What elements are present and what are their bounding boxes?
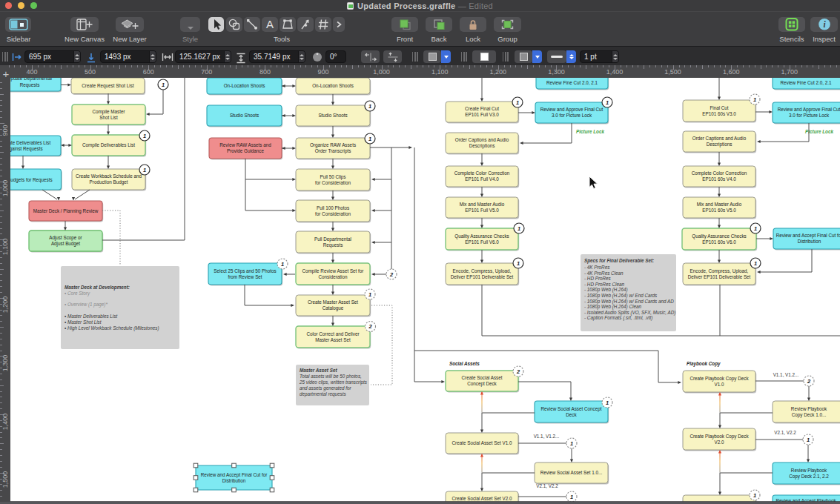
svg-text:for Consideration: for Consideration xyxy=(315,180,351,185)
svg-text:1: 1 xyxy=(162,82,165,88)
svg-text:Descriptions: Descriptions xyxy=(707,142,732,147)
svg-text:1: 1 xyxy=(143,167,146,173)
svg-text:Review RAW Assets and: Review RAW Assets and xyxy=(219,142,271,147)
svg-text:Pull 100 Photos: Pull 100 Photos xyxy=(317,205,349,210)
svg-text:Order Transcripts: Order Transcripts xyxy=(315,148,351,154)
svg-text:Studio Shoots: Studio Shoots xyxy=(318,113,347,118)
svg-text:Review Playbook: Review Playbook xyxy=(791,406,827,412)
svg-text:EP101 Full V5.0: EP101 Full V5.0 xyxy=(465,208,499,213)
svg-text:V2.0: V2.0 xyxy=(715,440,724,445)
svg-text:Review and Approve Final Cut: Review and Approve Final Cut xyxy=(778,107,840,113)
svg-text:• Master Shot List: • Master Shot List xyxy=(65,319,102,325)
svg-text:On-Location Shoots: On-Location Shoots xyxy=(224,83,265,88)
svg-text:Complete Color Correction: Complete Color Correction xyxy=(692,170,747,176)
svg-text:Select 25 Clips and 50 Photos: Select 25 Clips and 50 Photos xyxy=(214,268,276,274)
svg-text:• Core Story: • Core Story xyxy=(65,291,90,296)
svg-text:Encode, Compress, Upload,: Encode, Compress, Upload, xyxy=(453,268,512,274)
svg-text:Quality Assurance Checks: Quality Assurance Checks xyxy=(692,233,747,239)
svg-text:Review and Accept Final Cut fo: Review and Accept Final Cut for xyxy=(201,472,268,478)
svg-text:V1.0: V1.0 xyxy=(715,382,724,387)
svg-text:1: 1 xyxy=(368,291,371,298)
svg-text:Review Fine Cut 2.0, 2.1: Review Fine Cut 2.0, 2.1 xyxy=(546,80,598,85)
svg-text:25 video clips, written transc: 25 video clips, written transcripts xyxy=(299,379,368,385)
svg-text:departmental requests: departmental requests xyxy=(300,391,347,397)
svg-text:- 4K ProRes Clean: - 4K ProRes Clean xyxy=(584,271,624,276)
svg-text:3.0 for Picture Lock: 3.0 for Picture Lock xyxy=(789,113,830,118)
svg-text:Master Asset Set: Master Asset Set xyxy=(315,337,351,342)
svg-text:Create Social Asset: Create Social Asset xyxy=(462,375,503,380)
svg-text:Picture Lock: Picture Lock xyxy=(576,129,604,134)
svg-text:2: 2 xyxy=(389,271,394,278)
svg-text:Complete Color Correction: Complete Color Correction xyxy=(454,170,510,176)
svg-text:1: 1 xyxy=(517,260,520,267)
svg-text:Create Final Cut: Create Final Cut xyxy=(465,106,499,111)
svg-text:• Master Deliverables List: • Master Deliverables List xyxy=(65,314,117,319)
svg-text:2: 2 xyxy=(516,368,520,375)
svg-text:EP101 Full V6.0: EP101 Full V6.0 xyxy=(465,239,499,245)
svg-text:3.0 for Picture Lock: 3.0 for Picture Lock xyxy=(552,113,592,118)
svg-text:Color Correct and Deliver: Color Correct and Deliver xyxy=(306,331,359,336)
svg-text:Review and Approve Final Cut: Review and Approve Final Cut xyxy=(540,107,603,113)
svg-text:Final Cut: Final Cut xyxy=(710,105,728,110)
svg-text:Compile Review Asset Set for: Compile Review Asset Set for xyxy=(302,268,364,274)
svg-text:On-Location Shoots: On-Location Shoots xyxy=(312,83,354,88)
svg-text:EP101 60s V3.0: EP101 60s V3.0 xyxy=(702,111,736,116)
svg-text:Provide Guidance: Provide Guidance xyxy=(227,148,265,153)
svg-text:EP101 Full V3.0: EP101 Full V3.0 xyxy=(465,112,499,117)
svg-text:Master Asset Set: Master Asset Set xyxy=(300,368,337,373)
svg-text:Specs for Final Deliverable Se: Specs for Final Deliverable Set: xyxy=(584,258,654,264)
svg-text:Requests: Requests xyxy=(323,242,343,248)
svg-text:Mix and Master Audio: Mix and Master Audio xyxy=(697,202,742,207)
svg-text:Descriptions: Descriptions xyxy=(469,143,495,149)
svg-text:Organize RAW Assets: Organize RAW Assets xyxy=(310,142,356,148)
svg-text:Master Deck / Planning Review: Master Deck / Planning Review xyxy=(33,208,99,214)
svg-text:• Overview (1 page)*: • Overview (1 page)* xyxy=(65,302,108,308)
svg-text:V1.1, V1.2...: V1.1, V1.2... xyxy=(773,372,799,377)
svg-text:1: 1 xyxy=(753,492,756,499)
svg-text:Mix and Master Audio: Mix and Master Audio xyxy=(460,202,505,207)
svg-text:Quality Assurance Checks: Quality Assurance Checks xyxy=(454,233,509,239)
svg-text:1: 1 xyxy=(753,96,756,103)
svg-text:Distribution: Distribution xyxy=(222,478,246,483)
svg-text:- HD ProRes Clean: - HD ProRes Clean xyxy=(584,282,624,287)
svg-text:Compile Master: Compile Master xyxy=(92,109,125,115)
svg-text:1: 1 xyxy=(143,133,146,139)
svg-text:1: 1 xyxy=(368,103,371,110)
svg-text:2: 2 xyxy=(807,378,811,385)
svg-text:Encode, Compress, Upload,: Encode, Compress, Upload, xyxy=(690,268,749,274)
svg-text:V2.1, V2.2: V2.1, V2.2 xyxy=(774,430,796,435)
svg-text:- HD ProRes: - HD ProRes xyxy=(584,276,612,281)
svg-text:2: 2 xyxy=(368,323,372,330)
svg-text:Consideration: Consideration xyxy=(319,274,348,279)
svg-text:Create Social Asset Set V2.0: Create Social Asset Set V2.0 xyxy=(452,496,512,501)
svg-text:1: 1 xyxy=(754,225,757,232)
svg-text:Master Deck at Development:: Master Deck at Development: xyxy=(65,285,130,291)
svg-text:1: 1 xyxy=(606,99,609,106)
svg-text:Review Social Asset Set 1.0...: Review Social Asset Set 1.0... xyxy=(540,470,603,475)
svg-text:Order Captions and Audio: Order Captions and Audio xyxy=(455,137,509,143)
svg-text:Total assets will be 50 photos: Total assets will be 50 photos, xyxy=(300,374,362,379)
svg-text:EP101 60s V6.0: EP101 60s V6.0 xyxy=(702,239,736,245)
svg-text:for Consideration: for Consideration xyxy=(315,211,351,216)
svg-text:Deck: Deck xyxy=(566,412,577,417)
svg-text:Playbook Copy: Playbook Copy xyxy=(687,361,721,367)
svg-text:• High Level Workback Schedule: • High Level Workback Schedule (Mileston… xyxy=(65,325,159,331)
svg-text:Copy Deck 2.1, 2.2: Copy Deck 2.1, 2.2 xyxy=(789,474,829,480)
svg-text:EP101 60s V4.0: EP101 60s V4.0 xyxy=(702,176,736,182)
svg-text:and assets generated for: and assets generated for xyxy=(300,385,352,391)
svg-text:Picture Lock: Picture Lock xyxy=(805,129,833,134)
svg-text:Review Fine Cut 2.0, 2.1: Review Fine Cut 2.0, 2.1 xyxy=(781,80,832,85)
svg-text:Deliver EP101 Deliverable Set: Deliver EP101 Deliverable Set xyxy=(451,274,514,279)
svg-text:Copy Deck 1.0...: Copy Deck 1.0... xyxy=(792,412,827,418)
svg-text:Create Master Asset Set: Create Master Asset Set xyxy=(308,299,358,305)
svg-text:Create Budgets for Requests: Create Budgets for Requests xyxy=(10,177,53,183)
svg-text:1: 1 xyxy=(570,494,573,500)
svg-text:from Review Set: from Review Set xyxy=(228,274,262,279)
svg-text:1: 1 xyxy=(807,437,810,443)
svg-text:Production Budget: Production Budget xyxy=(90,179,128,185)
svg-text:1: 1 xyxy=(606,399,609,406)
svg-text:Pull 50 Clips: Pull 50 Clips xyxy=(320,174,346,180)
svg-text:Requests: Requests xyxy=(20,82,40,88)
svg-text:Create Playbook Copy Deck: Create Playbook Copy Deck xyxy=(689,376,749,382)
svg-text:Adjust Scope or: Adjust Scope or xyxy=(49,235,82,241)
